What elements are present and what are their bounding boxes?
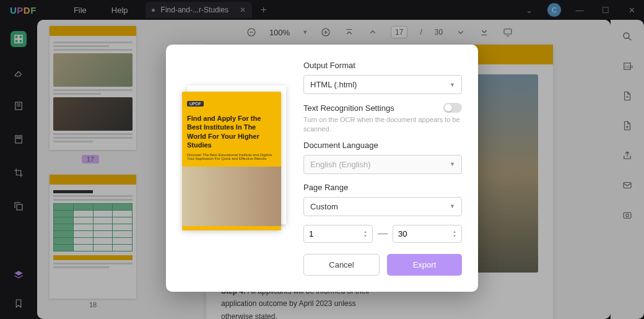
- language-select: English (English) ▼: [303, 155, 462, 174]
- spinner-icon[interactable]: ▲▼: [363, 230, 367, 238]
- preview-logo: UPDF: [187, 101, 204, 107]
- spinner-icon[interactable]: ▲▼: [453, 230, 456, 238]
- export-dialog: UPDF Find and Apply For the Best Institu…: [166, 45, 478, 292]
- chevron-down-icon: ▼: [450, 203, 455, 209]
- preview-image: [182, 167, 281, 226]
- range-to-input[interactable]: 30 ▲▼: [393, 225, 462, 243]
- output-format-label: Output Format: [303, 61, 462, 70]
- range-dash: —: [378, 228, 388, 239]
- preview-subtitle: Discover The Best Educational Institute …: [187, 153, 276, 160]
- preview-title: Find and Apply For the Best Institutes I…: [187, 114, 276, 149]
- cancel-button[interactable]: Cancel: [303, 254, 380, 276]
- chevron-down-icon: ▼: [450, 161, 455, 167]
- ocr-toggle[interactable]: [443, 103, 462, 113]
- dialog-form: Output Format HTML (.html) ▼ Text Recogn…: [303, 61, 462, 276]
- ocr-label: Text Recognition Settings: [303, 103, 394, 113]
- chevron-down-icon: ▼: [450, 82, 455, 88]
- output-format-select[interactable]: HTML (.html) ▼: [303, 75, 462, 94]
- export-button[interactable]: Export: [387, 254, 462, 276]
- export-dialog-overlay: UPDF Find and Apply For the Best Institu…: [0, 0, 644, 319]
- page-range-select[interactable]: Custom ▼: [303, 197, 462, 216]
- dialog-preview: UPDF Find and Apply For the Best Institu…: [182, 61, 287, 276]
- range-from-input[interactable]: 1 ▲▼: [303, 225, 373, 243]
- page-range-label: Page Range: [303, 183, 462, 192]
- ocr-hint: Turn on the OCR when the document appear…: [303, 115, 462, 134]
- language-label: Document Language: [303, 141, 462, 150]
